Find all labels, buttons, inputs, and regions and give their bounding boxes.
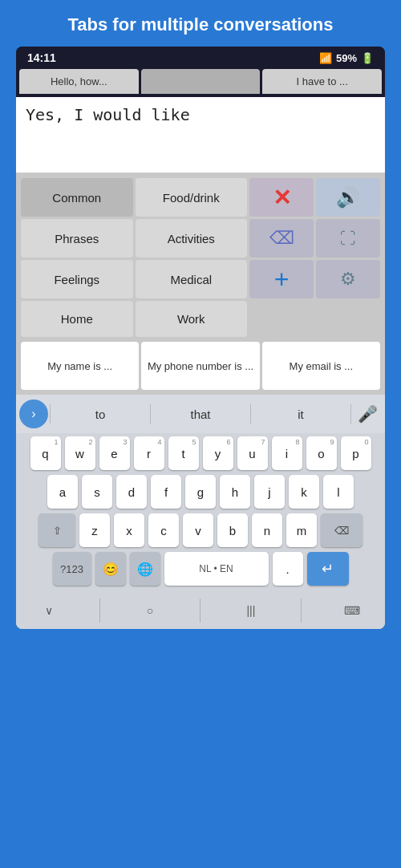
text-area-container: Yes, I would like — [16, 97, 385, 173]
backspace-icon: ⌫ — [269, 228, 294, 249]
bars-icon: ||| — [246, 604, 255, 617]
battery-icon: 🔋 — [361, 52, 374, 64]
wifi-icon: 📶 — [319, 52, 332, 64]
key-v[interactable]: v — [183, 513, 213, 547]
status-icons: 📶 59% 🔋 — [319, 52, 374, 64]
space-key[interactable]: NL • EN — [164, 552, 269, 586]
key-j[interactable]: j — [254, 475, 285, 509]
phrase-phone-number[interactable]: My phone number is ... — [141, 342, 259, 390]
key-k[interactable]: k — [289, 475, 319, 509]
phone-frame: 14:11 📶 59% 🔋 Hello, how... I have to ..… — [16, 47, 385, 629]
autocomplete-row: › to that it 🎤 — [16, 395, 385, 433]
shift-key[interactable]: ⇧ — [38, 513, 75, 547]
key-x[interactable]: x — [114, 513, 144, 547]
page-title: Tabs for multiple conversations — [52, 0, 350, 47]
keyboard-backspace-key[interactable]: ⌫ — [321, 513, 363, 547]
time: 14:11 — [27, 51, 56, 64]
battery-text: 59% — [336, 52, 357, 64]
category-feelings[interactable]: Feelings — [21, 260, 133, 298]
nav-home-button[interactable]: ○ — [134, 598, 166, 623]
key-u[interactable]: 7u — [237, 436, 268, 470]
message-input[interactable]: Yes, I would like — [26, 105, 375, 161]
category-activities[interactable]: Activities — [136, 219, 248, 258]
key-row-1: 1q 2w 3e 4r 5t 6y 7u 8i 9o 0p — [19, 436, 382, 470]
category-home[interactable]: Home — [21, 301, 133, 337]
header: Tabs for multiple conversations — [52, 0, 350, 47]
key-d[interactable]: d — [116, 475, 147, 509]
emoji-key[interactable]: 😊 — [95, 552, 126, 586]
key-f[interactable]: f — [151, 475, 181, 509]
chevron-right-icon: › — [31, 407, 35, 421]
tab-2[interactable]: I have to ... — [262, 69, 382, 94]
key-n[interactable]: n — [252, 513, 282, 547]
key-i[interactable]: 8i — [272, 436, 302, 470]
key-z[interactable]: z — [79, 513, 110, 547]
key-m[interactable]: m — [286, 513, 317, 547]
tab-1[interactable] — [141, 69, 261, 94]
quick-phrases: My name is ... My phone number is ... My… — [16, 342, 385, 395]
key-row-2: a s d f g h j k l — [19, 475, 382, 509]
key-a[interactable]: a — [47, 475, 78, 509]
bottom-navigation: ∨ ○ ||| ⌨ — [16, 592, 385, 629]
key-b[interactable]: b — [217, 513, 248, 547]
key-l[interactable]: l — [323, 475, 354, 509]
keyboard-icon: ⌨ — [344, 604, 360, 617]
settings-button[interactable]: ⚙ — [316, 260, 380, 298]
phrase-my-name[interactable]: My name is ... — [21, 342, 139, 390]
autocomplete-word-0[interactable]: to — [52, 403, 148, 426]
key-p[interactable]: 0p — [341, 436, 371, 470]
autocomplete-word-1[interactable]: that — [152, 403, 249, 426]
key-row-3: ⇧ z x c v b n m ⌫ — [19, 513, 382, 547]
status-bar: 14:11 📶 59% 🔋 — [16, 47, 385, 69]
gear-icon: ⚙ — [340, 269, 356, 290]
microphone-button[interactable]: 🎤 — [353, 400, 382, 428]
key-y[interactable]: 6y — [203, 436, 233, 470]
speaker-icon: 🔊 — [336, 186, 360, 209]
category-phrases[interactable]: Phrases — [21, 219, 133, 258]
globe-key[interactable]: 🌐 — [130, 552, 160, 586]
microphone-icon: 🎤 — [358, 404, 378, 424]
circle-icon: ○ — [147, 604, 153, 617]
close-button[interactable]: ✕ — [249, 178, 314, 217]
key-h[interactable]: h — [220, 475, 250, 509]
close-icon: ✕ — [273, 185, 291, 211]
add-button[interactable]: + — [249, 260, 314, 298]
key-w[interactable]: 2w — [65, 436, 95, 470]
key-e[interactable]: 3e — [99, 436, 130, 470]
tabs-row: Hello, how... I have to ... — [16, 69, 385, 97]
enter-key[interactable]: ↵ — [307, 552, 349, 586]
expand-button[interactable]: ⛶ — [316, 219, 380, 258]
key-g[interactable]: g — [185, 475, 216, 509]
key-rows: 1q 2w 3e 4r 5t 6y 7u 8i 9o 0p a s d f — [16, 433, 385, 592]
chevron-down-icon: ∨ — [45, 604, 53, 617]
key-t[interactable]: 5t — [168, 436, 199, 470]
app-content: Hello, how... I have to ... Yes, I would… — [16, 69, 385, 629]
expand-icon: ⛶ — [340, 229, 356, 248]
plus-icon: + — [274, 265, 290, 294]
speaker-button[interactable]: 🔊 — [316, 178, 380, 217]
category-work[interactable]: Work — [136, 301, 248, 337]
category-common[interactable]: Common — [21, 178, 133, 217]
key-q[interactable]: 1q — [30, 436, 61, 470]
autocomplete-word-2[interactable]: it — [253, 403, 349, 426]
autocomplete-expand-button[interactable]: › — [19, 400, 48, 428]
keyboard-section: › to that it 🎤 1q 2w 3e — [16, 395, 385, 629]
phrase-email[interactable]: My email is ... — [262, 342, 380, 390]
nav-recent-button[interactable]: ||| — [235, 598, 267, 623]
category-grid: Common Food/drink ✕ 🔊 Phrases Activities… — [16, 173, 385, 342]
key-r[interactable]: 4r — [134, 436, 164, 470]
num-switch-key[interactable]: ?123 — [53, 552, 91, 586]
nav-back-button[interactable]: ∨ — [33, 598, 65, 623]
key-s[interactable]: s — [82, 475, 112, 509]
key-row-4: ?123 😊 🌐 NL • EN . ↵ — [19, 552, 382, 586]
backspace-button[interactable]: ⌫ — [249, 219, 314, 258]
key-c[interactable]: c — [148, 513, 179, 547]
period-key[interactable]: . — [273, 552, 303, 586]
nav-keyboard-button[interactable]: ⌨ — [336, 598, 368, 623]
category-medical[interactable]: Medical — [136, 260, 248, 298]
category-food-drink[interactable]: Food/drink — [136, 178, 248, 217]
key-o[interactable]: 9o — [306, 436, 337, 470]
tab-0[interactable]: Hello, how... — [19, 69, 139, 94]
